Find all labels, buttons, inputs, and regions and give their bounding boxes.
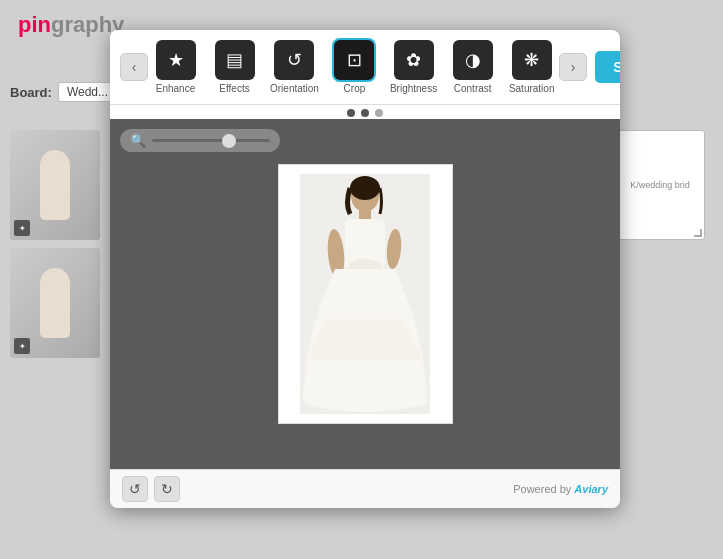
undo-redo-group: ↺ ↻ xyxy=(122,476,180,502)
tool-contrast[interactable]: ◑ Contrast xyxy=(445,38,500,96)
thumb-icon-2: ✦ xyxy=(14,338,30,354)
tool-brightness[interactable]: ✿ Brightness xyxy=(386,38,441,96)
tool-saturation[interactable]: ❋ Saturation xyxy=(504,38,559,96)
svg-rect-2 xyxy=(359,210,371,220)
editor-canvas: 🔍 xyxy=(110,119,620,469)
board-value[interactable]: Wedd... xyxy=(58,82,117,102)
resize-handle[interactable] xyxy=(694,229,702,237)
undo-button[interactable]: ↺ xyxy=(122,476,148,502)
right-text-label: K/wedding brid xyxy=(630,180,690,190)
dot-1 xyxy=(347,109,355,117)
zoom-thumb[interactable] xyxy=(222,134,236,148)
tool-crop-label: Crop xyxy=(344,83,366,94)
board-bar: Board: Wedd... xyxy=(10,82,117,102)
dress-svg xyxy=(300,174,430,414)
next-nav-arrow[interactable]: › xyxy=(559,53,587,81)
aviary-brand: Aviary xyxy=(574,483,608,495)
svg-point-7 xyxy=(350,176,380,200)
dots-indicator xyxy=(110,105,620,119)
brightness-icon: ✿ xyxy=(394,40,434,80)
thumbnail-item-2[interactable]: ✦ xyxy=(10,248,100,358)
tool-brightness-label: Brightness xyxy=(390,83,437,94)
saturation-icon: ❋ xyxy=(512,40,552,80)
right-text-box: K/wedding brid xyxy=(615,130,705,240)
board-label: Board: xyxy=(10,85,52,100)
tool-orientation[interactable]: ↺ Orientation xyxy=(266,38,323,96)
redo-button[interactable]: ↻ xyxy=(154,476,180,502)
zoom-track[interactable] xyxy=(152,139,270,142)
thumb-icon-1: ✦ xyxy=(14,220,30,236)
effects-icon: ▤ xyxy=(215,40,255,80)
thumbnail-item-1[interactable]: ✦ xyxy=(10,130,100,240)
powered-by-text: Powered by Aviary xyxy=(513,483,608,495)
editor-modal: ✕ ‹ ★ Enhance ▤ Effects ↺ Orientation ⊡ … xyxy=(110,30,620,508)
thumb-figure-2 xyxy=(40,268,70,338)
main-image xyxy=(278,164,453,424)
tool-enhance-label: Enhance xyxy=(156,83,195,94)
enhance-icon: ★ xyxy=(156,40,196,80)
tools-container: ★ Enhance ▤ Effects ↺ Orientation ⊡ Crop… xyxy=(148,38,559,96)
save-button[interactable]: Save xyxy=(595,51,620,83)
tool-orientation-label: Orientation xyxy=(270,83,319,94)
powered-by-label: Powered by xyxy=(513,483,571,495)
left-thumbnail-strip: ✦ ✦ xyxy=(10,130,110,358)
zoom-search-icon: 🔍 xyxy=(130,133,146,148)
tool-effects[interactable]: ▤ Effects xyxy=(207,38,262,96)
tool-effects-label: Effects xyxy=(219,83,249,94)
tool-saturation-label: Saturation xyxy=(509,83,555,94)
zoom-bar[interactable]: 🔍 xyxy=(120,129,280,152)
dot-2 xyxy=(361,109,369,117)
right-panel: K/wedding brid xyxy=(615,130,715,240)
contrast-icon: ◑ xyxy=(453,40,493,80)
modal-bottom-bar: ↺ ↻ Powered by Aviary xyxy=(110,469,620,508)
tool-enhance[interactable]: ★ Enhance xyxy=(148,38,203,96)
modal-toolbar: ‹ ★ Enhance ▤ Effects ↺ Orientation ⊡ Cr… xyxy=(110,30,620,105)
crop-icon: ⊡ xyxy=(334,40,374,80)
thumb-figure-1 xyxy=(40,150,70,220)
dot-3 xyxy=(375,109,383,117)
tool-contrast-label: Contrast xyxy=(454,83,492,94)
app-logo: pingraphy xyxy=(18,12,124,38)
orientation-icon: ↺ xyxy=(274,40,314,80)
logo-pin: pin xyxy=(18,12,51,37)
tool-crop[interactable]: ⊡ Crop xyxy=(327,38,382,96)
prev-nav-arrow[interactable]: ‹ xyxy=(120,53,148,81)
